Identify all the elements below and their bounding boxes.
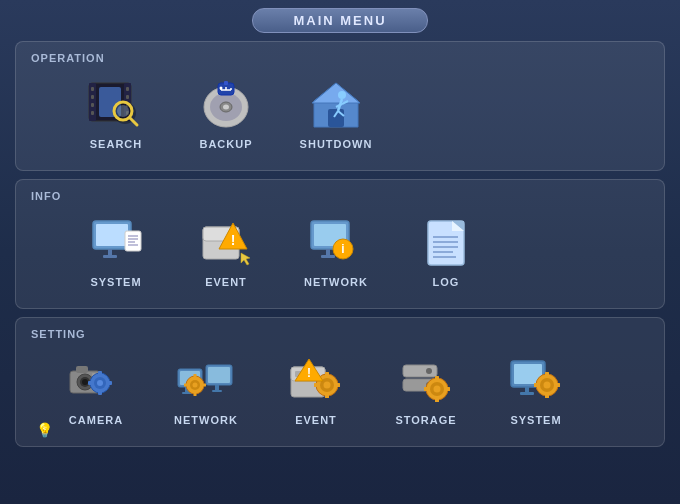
event-info-button[interactable]: ! EVENT bbox=[171, 210, 281, 293]
svg-rect-38 bbox=[108, 249, 112, 255]
system-set-label: SYSTEM bbox=[510, 414, 561, 426]
svg-rect-76 bbox=[88, 381, 93, 385]
system-info-button[interactable]: SYSTEM bbox=[61, 210, 171, 293]
backup-icon bbox=[196, 77, 256, 132]
network-info-button[interactable]: i NETWORK bbox=[281, 210, 391, 293]
system-set-icon bbox=[506, 353, 566, 408]
svg-rect-4 bbox=[91, 95, 94, 99]
storage-button[interactable]: STORAGE bbox=[371, 348, 481, 431]
svg-rect-8 bbox=[126, 95, 129, 99]
network-info-icon: i bbox=[306, 215, 366, 270]
svg-rect-111 bbox=[435, 376, 439, 381]
main-content: OPERATION bbox=[15, 41, 665, 447]
event-set-icon: ! bbox=[286, 353, 346, 408]
svg-rect-53 bbox=[321, 255, 335, 258]
setting-label: SETTING bbox=[31, 328, 649, 340]
svg-text:i: i bbox=[341, 242, 344, 256]
svg-rect-99 bbox=[325, 393, 329, 398]
svg-point-26 bbox=[220, 86, 223, 89]
camera-icon bbox=[66, 353, 126, 408]
svg-rect-6 bbox=[91, 111, 94, 115]
info-icons-row: SYSTEM ! EVENT bbox=[31, 210, 649, 293]
svg-rect-113 bbox=[445, 387, 450, 391]
svg-rect-90 bbox=[202, 383, 206, 386]
setting-section: SETTING bbox=[15, 317, 665, 447]
storage-label: STORAGE bbox=[395, 414, 456, 426]
event-info-label: EVENT bbox=[205, 276, 247, 288]
shutdown-icon bbox=[306, 77, 366, 132]
svg-rect-82 bbox=[208, 367, 230, 383]
event-info-icon: ! bbox=[196, 215, 256, 270]
event-set-label: EVENT bbox=[295, 414, 337, 426]
svg-rect-118 bbox=[520, 392, 534, 395]
shutdown-label: SHUTDOWN bbox=[300, 138, 373, 150]
svg-rect-88 bbox=[194, 374, 197, 378]
svg-rect-114 bbox=[424, 387, 429, 391]
setting-icons-row: CAMERA bbox=[31, 348, 649, 431]
operation-icons-row: SEARCH bbox=[31, 72, 649, 155]
svg-rect-68 bbox=[76, 366, 88, 373]
log-info-button[interactable]: LOG bbox=[391, 210, 501, 293]
svg-rect-89 bbox=[194, 392, 197, 396]
svg-point-67 bbox=[82, 379, 88, 385]
svg-point-30 bbox=[338, 91, 346, 99]
svg-rect-3 bbox=[91, 87, 94, 91]
camera-label: CAMERA bbox=[69, 414, 123, 426]
backup-label: BACKUP bbox=[199, 138, 252, 150]
search-button[interactable]: SEARCH bbox=[61, 72, 171, 155]
svg-rect-29 bbox=[328, 109, 344, 127]
svg-point-110 bbox=[434, 385, 441, 392]
svg-rect-101 bbox=[314, 383, 319, 387]
system-info-icon bbox=[86, 215, 146, 270]
log-info-icon bbox=[416, 215, 476, 270]
svg-rect-39 bbox=[103, 255, 117, 258]
system-info-label: SYSTEM bbox=[90, 276, 141, 288]
svg-rect-100 bbox=[335, 383, 340, 387]
svg-rect-37 bbox=[96, 224, 128, 246]
svg-text:!: ! bbox=[231, 232, 236, 248]
svg-rect-117 bbox=[525, 387, 529, 392]
svg-rect-73 bbox=[98, 371, 102, 376]
status-light: 💡 bbox=[36, 422, 53, 438]
svg-rect-75 bbox=[107, 381, 112, 385]
search-label: SEARCH bbox=[90, 138, 142, 150]
operation-label: OPERATION bbox=[31, 52, 649, 64]
svg-point-97 bbox=[324, 381, 331, 388]
svg-rect-91 bbox=[184, 383, 188, 386]
svg-rect-112 bbox=[435, 397, 439, 402]
svg-rect-5 bbox=[91, 103, 94, 107]
svg-point-87 bbox=[193, 382, 198, 387]
network-set-label: NETWORK bbox=[174, 414, 238, 426]
search-icon bbox=[86, 77, 146, 132]
network-set-icon bbox=[176, 353, 236, 408]
event-set-button[interactable]: ! EVENT bbox=[261, 348, 371, 431]
svg-rect-124 bbox=[555, 383, 560, 387]
svg-rect-98 bbox=[325, 372, 329, 377]
storage-icon bbox=[396, 353, 456, 408]
log-info-label: LOG bbox=[433, 276, 460, 288]
svg-rect-84 bbox=[212, 390, 222, 392]
info-section: INFO bbox=[15, 179, 665, 309]
svg-rect-83 bbox=[215, 385, 219, 390]
backup-button[interactable]: BACKUP bbox=[171, 72, 281, 155]
svg-rect-123 bbox=[545, 393, 549, 398]
svg-point-19 bbox=[223, 104, 229, 109]
svg-point-106 bbox=[426, 368, 432, 374]
svg-rect-74 bbox=[98, 390, 102, 395]
svg-rect-52 bbox=[326, 249, 330, 255]
info-label: INFO bbox=[31, 190, 649, 202]
svg-rect-125 bbox=[534, 383, 539, 387]
svg-rect-7 bbox=[126, 87, 129, 91]
network-set-button[interactable]: NETWORK bbox=[151, 348, 261, 431]
shutdown-button[interactable]: SHUTDOWN bbox=[281, 72, 391, 155]
svg-marker-28 bbox=[312, 83, 360, 103]
camera-button[interactable]: CAMERA bbox=[41, 348, 151, 431]
svg-rect-21 bbox=[224, 81, 228, 85]
network-info-label: NETWORK bbox=[304, 276, 368, 288]
svg-marker-49 bbox=[241, 253, 250, 265]
svg-point-72 bbox=[97, 380, 103, 386]
svg-text:!: ! bbox=[307, 366, 311, 380]
operation-section: OPERATION bbox=[15, 41, 665, 171]
system-set-button[interactable]: SYSTEM bbox=[481, 348, 591, 431]
svg-rect-122 bbox=[545, 372, 549, 377]
